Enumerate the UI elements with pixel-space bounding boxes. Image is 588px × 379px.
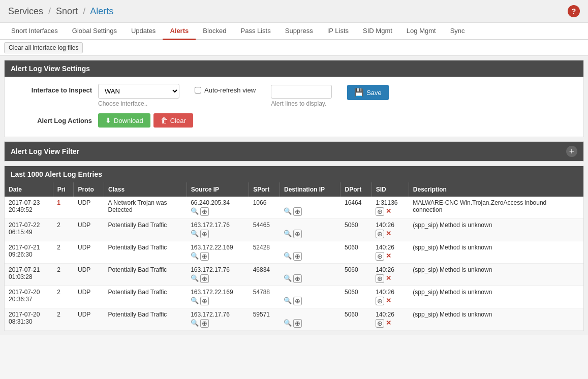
cell-source-ip: 66.240.205.34🔍⊕ [187, 197, 249, 219]
nav-tab-blocked[interactable]: Blocked [196, 23, 233, 40]
clear-label: Clear [170, 117, 186, 124]
col-description: Description [409, 182, 583, 197]
sid-delete-icon[interactable]: ✕ [386, 319, 391, 328]
nav-tab-updates[interactable]: Updates [124, 23, 163, 40]
source-add-icon[interactable]: ⊕ [200, 297, 209, 305]
table-row: 2017-07-21 09:26:302UDPPotentially Bad T… [5, 241, 583, 264]
nav-tab-pass-lists[interactable]: Pass Lists [233, 23, 277, 40]
dest-search-icon[interactable]: 🔍 [284, 207, 292, 216]
cell-dport: 5060 [341, 286, 372, 308]
source-add-icon[interactable]: ⊕ [200, 274, 209, 283]
help-button[interactable]: ? [568, 5, 580, 17]
nav-tab-sid-mgmt[interactable]: SID Mgmt [356, 23, 399, 40]
save-icon: 💾 [354, 88, 364, 97]
sep1: / [48, 6, 51, 16]
filter-section: Alert Log View Filter + [4, 141, 584, 162]
breadcrumb: Services / Snort / Alerts [8, 6, 113, 17]
sid-delete-icon[interactable]: ✕ [386, 274, 391, 283]
nav-tab-alerts[interactable]: Alerts [163, 23, 196, 40]
interface-select[interactable]: WAN LAN [98, 84, 179, 99]
sid-add-icon[interactable]: ⊕ [376, 297, 384, 305]
dest-search-icon[interactable]: 🔍 [284, 252, 292, 261]
save-button[interactable]: 💾 Save [347, 85, 389, 100]
nav-tab-ip-lists[interactable]: IP Lists [320, 23, 356, 40]
dest-search-icon[interactable]: 🔍 [284, 230, 292, 238]
cell-date: 2017-07-20 08:31:30 [5, 308, 53, 331]
cell-date: 2017-07-21 09:26:30 [5, 241, 53, 264]
source-search-icon[interactable]: 🔍 [191, 297, 199, 305]
nav-tab-suppress[interactable]: Suppress [278, 23, 320, 40]
cell-dest-ip: 🔍⊕ [280, 286, 341, 308]
nav-tab-global-settings[interactable]: Global Settings [65, 23, 124, 40]
source-search-icon[interactable]: 🔍 [191, 230, 199, 238]
cell-source-ip: 163.172.22.169🔍⊕ [187, 286, 249, 308]
cell-dport: 16464 [341, 197, 372, 219]
cell-pri: 2 [53, 286, 74, 308]
interface-label: Interface to Inspect [12, 84, 98, 94]
cell-class: Potentially Bad Traffic [104, 286, 187, 308]
clear-button[interactable]: 🗑 Clear [153, 113, 193, 128]
autorefresh-checkbox[interactable] [195, 87, 201, 93]
cell-sid: 140:26⊕✕ [372, 241, 409, 264]
sid-delete-icon[interactable]: ✕ [386, 252, 391, 261]
filter-header: Alert Log View Filter + [5, 142, 583, 161]
source-add-icon[interactable]: ⊕ [200, 207, 209, 216]
dest-add-icon[interactable]: ⊕ [293, 319, 302, 328]
table-row: 2017-07-20 20:36:372UDPPotentially Bad T… [5, 286, 583, 308]
cell-dest-ip: 🔍⊕ [280, 219, 341, 241]
dest-add-icon[interactable]: ⊕ [293, 230, 302, 238]
cell-description: (spp_sip) Method is unknown [409, 264, 583, 286]
source-add-icon[interactable]: ⊕ [200, 230, 209, 238]
dest-add-icon[interactable]: ⊕ [293, 297, 302, 305]
sid-delete-icon[interactable]: ✕ [386, 230, 391, 238]
clear-log-files-button[interactable]: Clear all interface log files [4, 42, 83, 53]
nav-tab-snort-interfaces[interactable]: Snort Interfaces [4, 23, 65, 40]
breadcrumb-alerts: Alerts [90, 6, 113, 16]
dest-search-icon[interactable]: 🔍 [284, 319, 292, 328]
trash-icon: 🗑 [161, 116, 168, 124]
sid-delete-icon[interactable]: ✕ [386, 207, 391, 216]
sid-add-icon[interactable]: ⊕ [376, 274, 384, 283]
source-search-icon[interactable]: 🔍 [191, 252, 199, 261]
source-search-icon[interactable]: 🔍 [191, 207, 199, 216]
dest-search-icon[interactable]: 🔍 [284, 274, 292, 283]
sid-add-icon[interactable]: ⊕ [376, 230, 384, 238]
cell-source-ip: 163.172.17.76🔍⊕ [187, 308, 249, 331]
interface-hint: Choose interface.. [98, 100, 179, 107]
alert-lines-input[interactable]: 1000 [271, 85, 332, 99]
alert-lines-group: 1000 Alert lines to display. [271, 84, 332, 107]
cell-proto: UDP [74, 264, 104, 286]
cell-description: (spp_sip) Method is unknown [409, 286, 583, 308]
table-row: 2017-07-23 20:49:521UDPA Network Trojan … [5, 197, 583, 219]
nav-tab-sync[interactable]: Sync [443, 23, 472, 40]
cell-sport: 54465 [249, 219, 280, 241]
cell-sid: 140:26⊕✕ [372, 308, 409, 331]
filter-add-button[interactable]: + [566, 146, 577, 157]
dest-search-icon[interactable]: 🔍 [284, 297, 292, 305]
download-button[interactable]: ⬇ Download [98, 113, 150, 128]
cell-source-ip: 163.172.17.76🔍⊕ [187, 264, 249, 286]
dest-add-icon[interactable]: ⊕ [293, 274, 302, 283]
source-search-icon[interactable]: 🔍 [191, 319, 199, 328]
header: Services / Snort / Alerts ? [0, 0, 588, 23]
cell-sid: 140:26⊕✕ [372, 219, 409, 241]
breadcrumb-snort[interactable]: Snort [56, 6, 78, 16]
interface-control: WAN LAN Choose interface.. Auto-refresh … [98, 84, 576, 107]
dest-add-icon[interactable]: ⊕ [293, 252, 302, 261]
nav-tab-log-mgmt[interactable]: Log Mgmt [399, 23, 443, 40]
breadcrumb-services[interactable]: Services [8, 6, 43, 16]
col-sport: SPort [249, 182, 280, 197]
source-add-icon[interactable]: ⊕ [200, 252, 209, 261]
actions-buttons: ⬇ Download 🗑 Clear [98, 113, 193, 128]
source-add-icon[interactable]: ⊕ [200, 319, 209, 328]
cell-sport: 54788 [249, 286, 280, 308]
col-source-ip: Source IP [187, 182, 249, 197]
sid-add-icon[interactable]: ⊕ [376, 252, 384, 261]
sid-delete-icon[interactable]: ✕ [386, 297, 391, 305]
source-search-icon[interactable]: 🔍 [191, 274, 199, 283]
col-dport: DPort [341, 182, 372, 197]
sid-add-icon[interactable]: ⊕ [376, 319, 384, 328]
sid-add-icon[interactable]: ⊕ [376, 207, 384, 216]
dest-add-icon[interactable]: ⊕ [293, 207, 302, 216]
table-header: Last 1000 Alert Log Entries [5, 166, 583, 182]
